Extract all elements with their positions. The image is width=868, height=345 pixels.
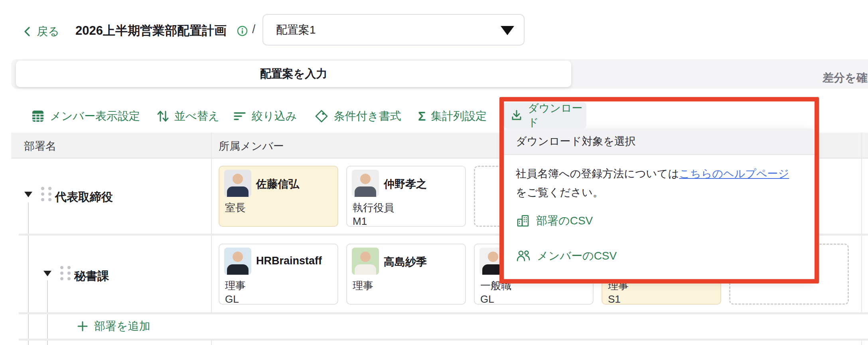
filter-button[interactable]: 絞り込み bbox=[233, 106, 297, 127]
back-label: 戻る bbox=[37, 24, 59, 39]
building-icon bbox=[516, 214, 530, 228]
collapse-toggle[interactable] bbox=[24, 192, 32, 197]
row-divider bbox=[19, 339, 868, 341]
row-divider bbox=[19, 312, 868, 314]
member-card[interactable]: 佐藤信弘 室長 bbox=[219, 166, 338, 227]
column-divider bbox=[211, 341, 212, 345]
sigma-icon: Σ bbox=[418, 110, 426, 123]
chevron-down-icon bbox=[501, 26, 514, 35]
drag-handle-icon[interactable] bbox=[41, 187, 51, 204]
tool-label: 集計列設定 bbox=[431, 109, 487, 124]
conditional-format-button[interactable]: 条件付き書式 bbox=[314, 106, 401, 127]
page-title: 2026上半期営業部配置計画 bbox=[75, 22, 227, 39]
member-name: HRBrainstaff bbox=[256, 255, 322, 267]
tool-label: 条件付き書式 bbox=[334, 109, 401, 124]
column-divider bbox=[861, 341, 862, 345]
tree-line bbox=[28, 202, 29, 345]
member-name: 高島紗季 bbox=[384, 255, 427, 269]
download-menu: ダウンロード対象を選択 社員名簿への登録方法についてはこちらのヘルプページ をご… bbox=[504, 129, 815, 280]
member-photo bbox=[224, 170, 251, 197]
download-option-label: 部署のCSV bbox=[536, 213, 593, 228]
column-header-department: 部署名 bbox=[24, 139, 56, 153]
download-member-csv[interactable]: メンバーのCSV bbox=[516, 248, 617, 264]
column-divider bbox=[861, 133, 862, 314]
member-card[interactable]: HRBrainstaff 理事 GL bbox=[219, 244, 338, 305]
sort-button[interactable]: 並べ替え bbox=[156, 106, 219, 127]
download-option-label: メンバーのCSV bbox=[537, 248, 617, 264]
member-grade: M1 bbox=[353, 215, 367, 228]
tool-label: 並べ替え bbox=[174, 109, 219, 124]
member-grade: GL bbox=[225, 293, 239, 305]
tab-check-diff[interactable]: 差分を確 bbox=[823, 70, 868, 85]
member-photo bbox=[352, 170, 379, 197]
sort-icon bbox=[156, 109, 169, 123]
help-page-link[interactable]: こちらのヘルプページ bbox=[679, 168, 789, 180]
member-title: 執行役員 bbox=[353, 201, 394, 215]
member-card[interactable]: 高島紗季 理事 bbox=[346, 244, 466, 305]
member-photo bbox=[224, 248, 251, 275]
member-grade: S1 bbox=[608, 293, 621, 305]
filter-icon bbox=[233, 109, 247, 123]
department-name[interactable]: 秘書課 bbox=[74, 268, 109, 284]
column-header-members: 所属メンバー bbox=[219, 139, 284, 153]
add-department-label: 部署を追加 bbox=[94, 319, 150, 334]
placement-plan-app: 戻る 2026上半期営業部配置計画 / 配置案1 配置案を入力 差分を確 メンバ… bbox=[0, 0, 868, 345]
help-text-suffix: をご覧ください。 bbox=[516, 186, 604, 198]
collapse-toggle[interactable] bbox=[43, 271, 51, 276]
department-name[interactable]: 代表取締役 bbox=[55, 189, 113, 205]
download-department-csv[interactable]: 部署のCSV bbox=[516, 213, 593, 228]
member-photo bbox=[352, 248, 379, 275]
member-card[interactable]: 仲野孝之 執行役員 M1 bbox=[346, 166, 466, 227]
info-icon[interactable] bbox=[237, 26, 248, 36]
member-name: 佐藤信弘 bbox=[256, 177, 299, 191]
tab-input-plan[interactable]: 配置案を入力 bbox=[16, 61, 571, 87]
chevron-left-icon bbox=[22, 26, 33, 38]
plus-icon bbox=[77, 320, 89, 332]
tag-icon bbox=[314, 109, 329, 123]
member-grade: GL bbox=[480, 293, 494, 305]
tool-label: メンバー表示設定 bbox=[50, 109, 140, 124]
grid-icon bbox=[31, 109, 45, 123]
drag-handle-icon[interactable] bbox=[60, 266, 71, 284]
tool-label: 絞り込み bbox=[252, 109, 297, 124]
member-display-settings-button[interactable]: メンバー表示設定 bbox=[31, 106, 140, 127]
download-icon bbox=[510, 109, 523, 122]
member-title: 理事 bbox=[353, 279, 373, 293]
plan-selector-value: 配置案1 bbox=[276, 22, 316, 38]
member-photo bbox=[479, 248, 507, 275]
add-department-button[interactable]: 部署を追加 bbox=[77, 319, 150, 334]
people-icon bbox=[516, 249, 531, 263]
download-button[interactable]: ダウンロード bbox=[504, 102, 586, 129]
member-title: 一般職 bbox=[480, 279, 511, 293]
download-menu-help-text: 社員名簿への登録方法についてはこちらのヘルプページ をご覧ください。 bbox=[516, 165, 804, 202]
member-title: 室長 bbox=[225, 201, 246, 215]
member-title: 理事 bbox=[608, 279, 629, 293]
back-button[interactable]: 戻る bbox=[22, 24, 59, 39]
member-name: 仲野孝之 bbox=[384, 177, 427, 191]
column-divider bbox=[211, 133, 212, 314]
member-title: 理事 bbox=[225, 279, 246, 293]
breadcrumb-separator: / bbox=[252, 22, 255, 36]
aggregate-columns-button[interactable]: Σ 集計列設定 bbox=[418, 106, 487, 127]
download-label: ダウンロード bbox=[528, 101, 586, 130]
plan-selector[interactable]: 配置案1 bbox=[262, 14, 525, 46]
help-text: 社員名簿への登録方法については bbox=[516, 168, 679, 180]
download-menu-title: ダウンロード対象を選択 bbox=[504, 129, 815, 155]
